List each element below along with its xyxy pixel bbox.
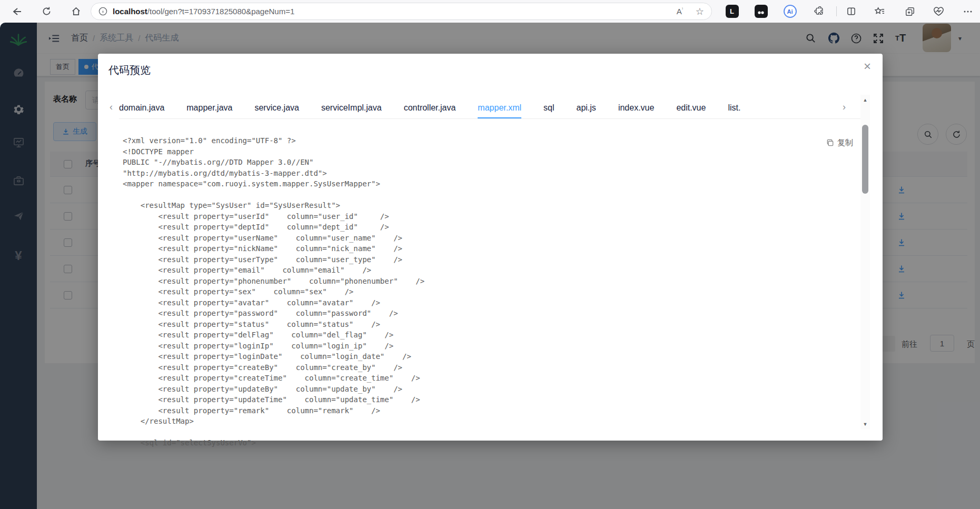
address-bar[interactable]: localhost/tool/gen?t=1709371825080&pageN… (91, 3, 712, 20)
back-icon[interactable] (9, 0, 24, 23)
tab-domain-java[interactable]: domain.java (119, 98, 164, 118)
tab-service-java[interactable]: service.java (254, 98, 299, 118)
refresh-icon[interactable] (39, 0, 54, 23)
tabs-prev-icon[interactable]: ‹ (110, 102, 113, 112)
modal-scrollbar[interactable]: ▲ ▼ (860, 95, 870, 430)
tab-serviceImpl-java[interactable]: serviceImpl.java (321, 98, 382, 118)
scroll-down-icon[interactable]: ▼ (860, 420, 870, 428)
close-icon[interactable]: × (864, 60, 871, 73)
browser-toolbar: localhost/tool/gen?t=1709371825080&pageN… (0, 0, 980, 23)
code-block: <?xml version="1.0" encoding="UTF-8" ?> … (123, 135, 424, 448)
more-dots-icon[interactable] (961, 0, 975, 23)
page-info-icon[interactable] (98, 7, 107, 16)
tab-mapper-xml[interactable]: mapper.xml (478, 98, 521, 118)
copy-icon (826, 139, 834, 147)
extensions-puzzle-icon[interactable] (813, 0, 826, 23)
tab-sql[interactable]: sql (543, 98, 554, 118)
tab-list-[interactable]: list. (728, 98, 740, 118)
url-host: localhost (113, 7, 147, 16)
favorite-star-icon[interactable]: ☆ (696, 6, 704, 17)
tabs-next-icon[interactable]: › (843, 102, 846, 112)
tab-index-vue[interactable]: index.vue (618, 98, 655, 118)
tab-edit-vue[interactable]: edit.vue (676, 98, 706, 118)
copy-button-label: 复制 (837, 138, 853, 148)
scroll-up-icon[interactable]: ▲ (860, 96, 870, 104)
extension-l-icon[interactable]: L (725, 0, 739, 23)
split-screen-icon[interactable] (844, 0, 858, 23)
code-preview-dialog: 代码预览 × ‹ domain.javamapper.javaservice.j… (98, 54, 883, 441)
tab-controller-java[interactable]: controller.java (404, 98, 456, 118)
collections-icon[interactable] (903, 0, 917, 23)
scrollbar-thumb[interactable] (862, 125, 868, 194)
extension-ai-icon[interactable]: Ai (783, 0, 797, 23)
modal-tabs: domain.javamapper.javaservice.javaservic… (119, 98, 862, 119)
tab-api-js[interactable]: api.js (577, 98, 596, 118)
favorites-list-icon[interactable] (872, 0, 887, 23)
browser-essentials-icon[interactable] (931, 0, 946, 23)
extension-panda-icon[interactable] (754, 0, 768, 23)
copy-button[interactable]: 复制 (826, 138, 853, 148)
screen: { "browser": { "url_host": "localhost", … (0, 0, 980, 509)
url-text: localhost/tool/gen?t=1709371825080&pageN… (113, 7, 294, 16)
toolbar-divider (836, 6, 837, 16)
read-aloud-icon[interactable]: A⁾ (677, 7, 683, 16)
home-icon[interactable] (68, 0, 83, 23)
dialog-title: 代码预览 (108, 63, 151, 77)
url-path: /tool/gen?t=1709371825080&pageNum=1 (147, 7, 294, 16)
tab-mapper-java[interactable]: mapper.java (186, 98, 232, 118)
